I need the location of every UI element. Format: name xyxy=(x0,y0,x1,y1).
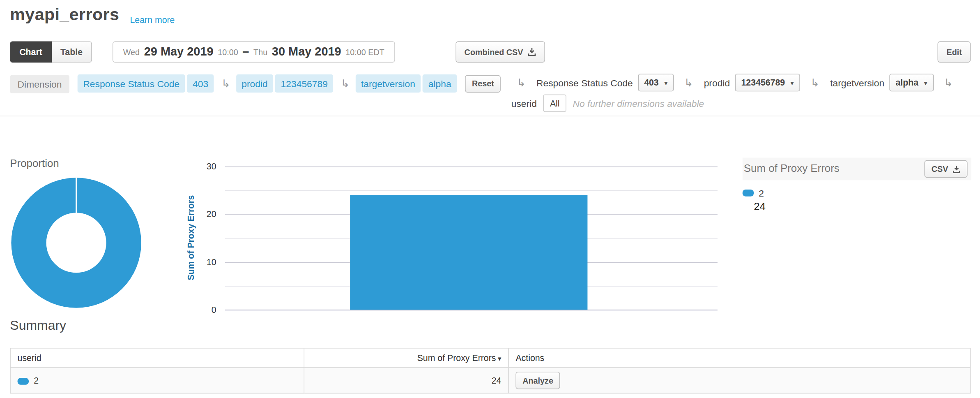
dimension-label: Dimension xyxy=(10,75,69,93)
chevron-down-icon: ▾ xyxy=(924,79,927,86)
cell-userid: 2 xyxy=(10,368,304,393)
sort-caret-icon: ▾ xyxy=(498,355,501,362)
summary-table: userid Sum of Proxy Errors▾ Actions 2 24… xyxy=(10,348,971,393)
selector-value: alpha xyxy=(896,78,919,88)
selector-value: 123456789 xyxy=(741,78,785,88)
view-toggle: Chart Table xyxy=(10,41,92,62)
end-day: Thu xyxy=(253,47,267,57)
branch-arrow-icon: ↳ xyxy=(517,76,526,89)
y-tick-label: 20 xyxy=(207,209,216,219)
dimension-chip-name[interactable]: Response Status Code xyxy=(78,74,185,93)
branch-arrow-icon: ↳ xyxy=(684,76,693,89)
date-separator: – xyxy=(242,45,249,59)
legend-header: Sum of Proxy Errors CSV xyxy=(743,157,971,180)
download-icon xyxy=(952,165,961,173)
chart-view-button[interactable]: Chart xyxy=(10,41,51,62)
userid-all-select[interactable]: All xyxy=(543,95,566,112)
table-row: 2 24 Analyze xyxy=(10,368,970,393)
edit-button[interactable]: Edit xyxy=(938,41,971,62)
summary-title: Summary xyxy=(10,318,66,333)
legend-title: Sum of Proxy Errors xyxy=(744,163,840,175)
dimension-chip-name[interactable]: targetversion xyxy=(355,74,421,93)
start-date: 29 May 2019 xyxy=(144,45,214,59)
proportion-title: Proportion xyxy=(10,157,59,170)
section-divider xyxy=(0,116,980,117)
header-actions: Actions xyxy=(508,348,971,368)
header-sum-label: Sum of Proxy Errors xyxy=(417,353,496,363)
analyze-button[interactable]: Analyze xyxy=(515,372,560,389)
bar[interactable] xyxy=(350,195,587,310)
y-axis-ticks: 0102030 xyxy=(188,167,220,310)
branch-arrow-icon: ↳ xyxy=(341,77,350,90)
download-icon xyxy=(527,48,536,56)
donut-chart[interactable] xyxy=(11,178,141,308)
no-more-dimensions-text: No further dimensions available xyxy=(573,98,704,109)
table-header-row: userid Sum of Proxy Errors▾ Actions xyxy=(10,348,970,368)
start-time: 10:00 xyxy=(218,47,238,57)
cell-sum-value: 24 xyxy=(304,368,508,393)
selector-name: prodid xyxy=(704,77,730,88)
date-range-picker[interactable]: Wed 29 May 2019 10:00 – Thu 30 May 2019 … xyxy=(113,41,395,62)
selector-name: Response Status Code xyxy=(536,77,633,88)
csv-button[interactable]: CSV xyxy=(925,160,968,178)
header-sum-of-proxy-errors[interactable]: Sum of Proxy Errors▾ xyxy=(304,348,508,368)
next-dimension-row: userid All No further dimensions availab… xyxy=(511,95,704,112)
table-view-button[interactable]: Table xyxy=(52,41,92,62)
dimension-selectors: ↳ Response Status Code 403 ▾ ↳ prodid 12… xyxy=(511,74,959,92)
prodid-select[interactable]: 123456789 ▾ xyxy=(735,74,800,92)
selector-name: targetversion xyxy=(830,77,884,88)
targetversion-select[interactable]: alpha ▾ xyxy=(889,74,933,92)
dimension-chip-value[interactable]: 403 xyxy=(187,74,214,93)
gridline xyxy=(225,190,718,191)
branch-arrow-icon: ↳ xyxy=(944,76,953,89)
learn-more-link[interactable]: Learn more xyxy=(130,15,175,25)
dimension-chip-name[interactable]: prodid xyxy=(236,74,274,93)
bar-plot xyxy=(225,167,718,310)
report-dashboard: myapi_errors Learn more Chart Table Wed … xyxy=(0,0,980,398)
legend-swatch xyxy=(743,190,754,197)
header-userid: userid xyxy=(10,348,304,368)
legend-label: 2 xyxy=(759,188,764,199)
y-tick-label: 10 xyxy=(207,257,216,267)
row-swatch xyxy=(18,378,29,385)
donut-hole xyxy=(46,213,106,273)
dimension-chip-value[interactable]: alpha xyxy=(423,74,457,93)
gridline xyxy=(225,310,718,310)
status-code-select[interactable]: 403 ▾ xyxy=(638,74,674,92)
chevron-down-icon: ▾ xyxy=(791,79,794,86)
chevron-down-icon: ▾ xyxy=(664,79,667,86)
legend-value: 24 xyxy=(754,201,971,213)
dimension-breadcrumb: Response Status Code 403 ↳ prodid 123456… xyxy=(78,74,501,93)
combined-csv-button[interactable]: Combined CSV xyxy=(455,41,545,62)
combined-csv-label: Combined CSV xyxy=(465,47,523,57)
selector-value: 403 xyxy=(644,78,659,88)
gridline xyxy=(225,167,718,167)
cell-userid-value: 2 xyxy=(34,375,39,385)
legend-panel: Sum of Proxy Errors CSV 2 24 xyxy=(743,157,971,213)
branch-arrow-icon: ↳ xyxy=(811,76,820,89)
next-dimension-name: userid xyxy=(511,98,537,109)
branch-arrow-icon: ↳ xyxy=(221,77,230,90)
start-day: Wed xyxy=(123,47,140,57)
end-date: 30 May 2019 xyxy=(272,45,341,59)
bar-chart: Sum of Proxy Errors 0102030 xyxy=(188,162,725,315)
y-tick-label: 30 xyxy=(207,162,216,171)
page-title: myapi_errors xyxy=(10,5,119,24)
csv-label: CSV xyxy=(932,164,948,174)
legend-item[interactable]: 2 xyxy=(743,188,971,199)
cell-actions: Analyze xyxy=(508,368,971,393)
end-time: 10:00 EDT xyxy=(345,47,384,57)
reset-button[interactable]: Reset xyxy=(465,75,501,93)
y-tick-label: 0 xyxy=(212,305,216,315)
dimension-chip-value[interactable]: 123456789 xyxy=(275,74,334,93)
